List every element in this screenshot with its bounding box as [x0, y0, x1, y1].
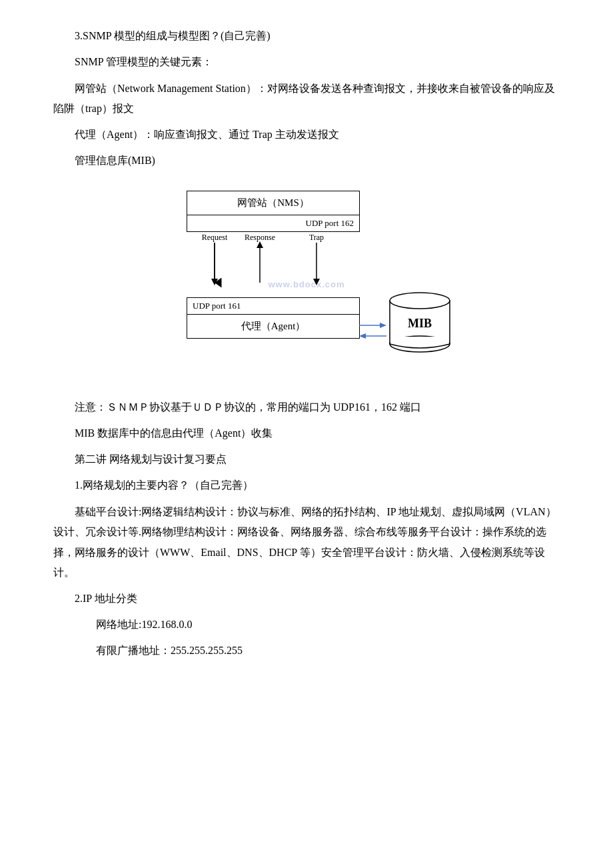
svg-rect-14 — [390, 337, 449, 345]
section3-title: 3.SNMP 模型的组成与模型图？(自己完善) — [53, 27, 560, 46]
item2-title: 2.IP 地址分类 — [53, 589, 560, 609]
svg-text:Request: Request — [202, 233, 228, 242]
horiz-arrows-svg — [358, 317, 388, 347]
item1-body: 基础平台设计:网络逻辑结构设计：协议与标准、网络的拓扑结构、IP 地址规划、虚拟… — [53, 502, 560, 583]
svg-text:Trap: Trap — [309, 233, 324, 242]
diagram-inner: 网管站（NMS） UDP port 162 Request Response T… — [147, 191, 466, 377]
mib-cylinder-svg: MIB — [383, 287, 456, 354]
agent-title: 代理（Agent） — [187, 315, 359, 338]
nms-title: 网管站（NMS） — [187, 191, 359, 215]
item1-title: 1.网络规划的主要内容？（自己完善） — [53, 476, 560, 495]
watermark: www.bdocx.com — [268, 279, 344, 289]
snmp-diagram: 网管站（NMS） UDP port 162 Request Response T… — [53, 191, 560, 377]
svg-marker-8 — [257, 241, 263, 248]
mib-description: 管理信息库(MIB) — [53, 151, 560, 171]
svg-marker-19 — [359, 333, 366, 339]
nms-description: 网管站（Network Management Station）：对网络设备发送各… — [53, 79, 560, 119]
broadcast-address: 有限广播地址：255.255.255.255 — [53, 641, 560, 661]
agent-description: 代理（Agent）：响应查询报文、通过 Trap 主动发送报文 — [53, 125, 560, 145]
snmp-note: 注意：ＳＮＭＰ协议基于ＵＤＰ协议的，常用的端口为 UDP161，162 端口 — [53, 397, 560, 417]
agent-box: UDP port 161 代理（Agent） — [187, 297, 360, 339]
svg-marker-17 — [380, 323, 386, 328]
svg-text:Response: Response — [245, 233, 275, 242]
snmp-subtitle: SNMP 管理模型的关键元素： — [53, 53, 560, 72]
section2-title: 第二讲 网络规划与设计复习要点 — [53, 450, 560, 469]
nms-box: 网管站（NMS） UDP port 162 — [187, 191, 360, 232]
svg-point-12 — [390, 293, 450, 309]
udp-161-label: UDP port 161 — [187, 298, 359, 315]
svg-marker-7 — [211, 279, 218, 285]
udp-162-label: UDP port 162 — [187, 215, 359, 231]
svg-text:MIB: MIB — [408, 317, 432, 330]
main-content: 3.SNMP 模型的组成与模型图？(自己完善) SNMP 管理模型的关键元素： … — [53, 27, 560, 661]
mib-collect: MIB 数据库中的信息由代理（Agent）收集 — [53, 424, 560, 443]
network-address: 网络地址:192.168.0.0 — [53, 615, 560, 635]
